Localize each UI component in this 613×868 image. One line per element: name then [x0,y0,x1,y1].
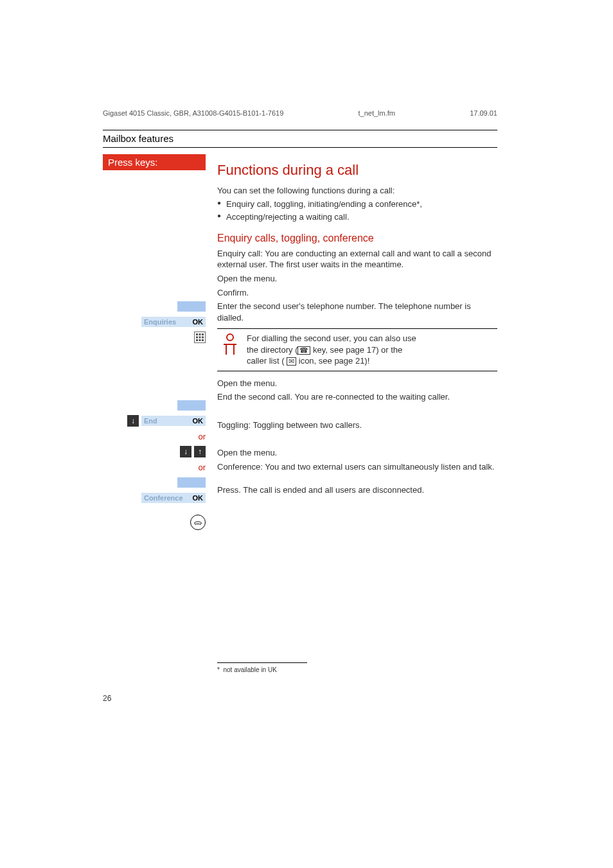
softkey-conference: Conference OK [141,493,206,503]
down-arrow-key-icon: ↓ [180,446,191,457]
step-open-menu-2: Open the menu. [217,378,497,389]
svg-point-9 [227,334,233,341]
press-keys-label: Press keys: [103,154,206,170]
svg-rect-1 [199,333,201,335]
directory-key-icon: ☎ [298,346,310,355]
step-conference: Conference: You and two external users c… [217,461,497,473]
step-open-menu-3: Open the menu. [217,447,497,459]
down-arrow-key-icon: ↓ [127,415,139,427]
section-title: Mailbox features [103,133,173,144]
step-toggle: Toggling: Toggling between two callers. [217,420,497,431]
svg-rect-7 [199,339,201,341]
doc-ref: Gigaset 4015 Classic, GBR, A31008-G4015-… [103,109,283,117]
heading-enquiry: Enquiry calls, toggling, conference [217,231,497,245]
section-header-rule: Mailbox features [103,130,497,148]
step-hangup: Press. The call is ended and all users a… [217,484,497,496]
doc-date: 17.09.01 [470,109,497,117]
key-column: Press keys: Enquiries OK ↓ [103,154,206,533]
menu-key-icon [177,477,206,488]
intro-text: You can set the following functions duri… [217,185,497,197]
menu-key-icon [177,301,206,312]
enquiry-paragraph: Enquiry call: You are conducting an exte… [217,248,497,270]
svg-rect-8 [202,339,204,341]
svg-rect-3 [196,337,198,339]
info-person-icon [221,333,239,356]
tip-box: For dialling the second user, you can al… [217,328,497,371]
softkey-enquiries: Enquiries OK [141,317,206,327]
hangup-key-icon [190,515,206,530]
bullet-item: Accepting/rejecting a waiting call. [217,211,497,223]
svg-rect-5 [202,337,204,339]
step-enter-number: Enter the second user's telephone number… [217,301,497,323]
step-open-menu: Open the menu. [217,273,497,285]
tip-line1: For dialling the second user, you can al… [247,333,493,344]
bullet-item: Enquiry call, toggling, initiating/endin… [217,199,497,210]
footnote-rule [217,662,307,663]
menu-key-icon [177,400,206,411]
or-label: or [198,463,206,472]
svg-rect-2 [202,333,204,335]
footnote: * not available in UK [217,666,497,675]
svg-rect-0 [196,333,198,335]
keypad-icon [194,332,206,343]
bullet-list: Enquiry call, toggling, initiating/endin… [217,199,497,222]
svg-rect-4 [199,337,201,339]
tip-line3: caller list ( ✉ icon, see page 21)! [247,355,493,367]
up-arrow-key-icon: ↑ [194,446,206,457]
envelope-icon: ✉ [287,357,296,366]
page-number: 26 [103,694,497,703]
or-label: or [198,432,206,441]
running-header: Gigaset 4015 Classic, GBR, A31008-G4015-… [103,109,497,117]
step-end-second: End the second call. You are re-connecte… [217,391,497,403]
body-content: Functions during a call You can set the … [217,154,497,675]
svg-rect-6 [196,339,198,341]
heading-functions: Functions during a call [217,161,497,180]
tip-line2: the directory (☎ key, see page 17) or th… [247,344,493,356]
step-confirm: Confirm. [217,287,497,299]
doc-file: t_net_lm.fm [358,109,395,117]
softkey-end: End OK [141,416,206,426]
